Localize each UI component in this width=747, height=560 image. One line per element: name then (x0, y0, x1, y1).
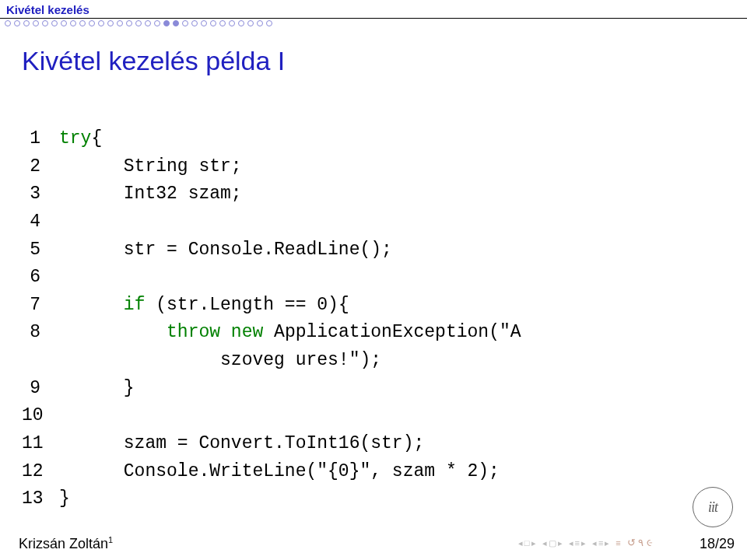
slide-header: Kivétel kezelés (0, 0, 747, 19)
line-number: 2 (22, 153, 59, 181)
slide-title: Kivétel kezelés példa I (0, 29, 747, 82)
progress-dot[interactable] (191, 20, 198, 26)
code-text: throw new ApplicationException("A (59, 319, 716, 347)
code-line: szoveg ures!"); (22, 347, 716, 375)
progress-dot[interactable] (247, 20, 254, 26)
progress-dot[interactable] (135, 20, 142, 26)
progress-dot[interactable] (238, 20, 244, 26)
progress-dot[interactable] (33, 20, 39, 26)
code-text: String str; (59, 153, 716, 181)
line-number: 7 (22, 292, 59, 320)
code-line: 12 Console.WriteLine("{0}", szam * 2); (22, 458, 716, 486)
progress-dot[interactable] (173, 20, 179, 26)
code-text: szam = Convert.ToInt16(str); (59, 430, 716, 458)
logo-text: iit (708, 499, 717, 516)
code-block: 1try{2 String str;3 Int32 szam;45 str = … (0, 82, 747, 513)
code-line: 13} (22, 485, 716, 513)
line-number: 8 (22, 319, 59, 347)
line-number: 11 (22, 430, 59, 458)
progress-dot[interactable] (23, 20, 30, 26)
progress-dot[interactable] (61, 20, 67, 26)
code-line: 4 (22, 208, 716, 236)
line-number: 5 (22, 236, 59, 264)
line-number: 4 (22, 208, 59, 236)
progress-dot[interactable] (5, 20, 11, 26)
code-line: 6 (22, 264, 716, 292)
code-line: 9 } (22, 375, 716, 403)
progress-dot[interactable] (210, 20, 216, 26)
code-text: str = Console.ReadLine(); (59, 236, 716, 264)
code-line: 10 (22, 402, 716, 430)
code-text (59, 264, 716, 292)
progress-dot[interactable] (154, 20, 160, 26)
code-text (59, 402, 716, 430)
progress-dot[interactable] (42, 20, 48, 26)
progress-dot[interactable] (182, 20, 188, 26)
code-text: } (59, 375, 716, 403)
progress-dot[interactable] (14, 20, 20, 26)
line-number: 1 (22, 125, 59, 153)
progress-dot[interactable] (126, 20, 132, 26)
progress-dots (0, 19, 747, 29)
progress-dot[interactable] (70, 20, 76, 26)
progress-dot[interactable] (117, 20, 123, 26)
author-sup: 1 (108, 535, 113, 544)
line-number: 9 (22, 375, 59, 403)
code-text: try{ (59, 125, 716, 153)
institution-logo: iit (693, 487, 733, 527)
progress-dot[interactable] (98, 20, 104, 26)
code-text: szoveg ures!"); (59, 347, 716, 375)
author-text: Krizsán Zoltán (19, 536, 108, 551)
line-number: 10 (22, 402, 59, 430)
progress-dot[interactable] (229, 20, 235, 26)
line-number: 6 (22, 264, 59, 292)
progress-dot[interactable] (145, 20, 151, 26)
line-number (22, 347, 59, 375)
progress-dot[interactable] (201, 20, 207, 26)
progress-dot[interactable] (107, 20, 114, 26)
code-text: } (59, 485, 716, 513)
author-name: Krizsán Zoltán1 (19, 535, 113, 552)
code-line: 3 Int32 szam; (22, 180, 716, 208)
code-text: Int32 szam; (59, 180, 716, 208)
progress-dot[interactable] (89, 20, 95, 26)
progress-dot[interactable] (79, 20, 86, 26)
line-number: 12 (22, 458, 59, 486)
section-label: Kivétel kezelés (6, 3, 741, 16)
code-line: 8 throw new ApplicationException("A (22, 319, 716, 347)
progress-dot[interactable] (219, 20, 226, 26)
code-line: 11 szam = Convert.ToInt16(str); (22, 430, 716, 458)
line-number: 13 (22, 485, 59, 513)
code-line: 7 if (str.Length == 0){ (22, 292, 716, 320)
line-number: 3 (22, 180, 59, 208)
slide-footer: Krizsán Zoltán1 18/29 (0, 530, 747, 560)
page-number: 18/29 (700, 536, 735, 552)
progress-dot[interactable] (51, 20, 58, 26)
code-text: if (str.Length == 0){ (59, 292, 716, 320)
progress-dot[interactable] (163, 20, 170, 26)
code-line: 1try{ (22, 125, 716, 153)
progress-dot[interactable] (266, 20, 272, 26)
code-text (59, 208, 716, 236)
code-line: 2 String str; (22, 153, 716, 181)
progress-dot[interactable] (257, 20, 263, 26)
code-line: 5 str = Console.ReadLine(); (22, 236, 716, 264)
code-text: Console.WriteLine("{0}", szam * 2); (59, 458, 716, 486)
